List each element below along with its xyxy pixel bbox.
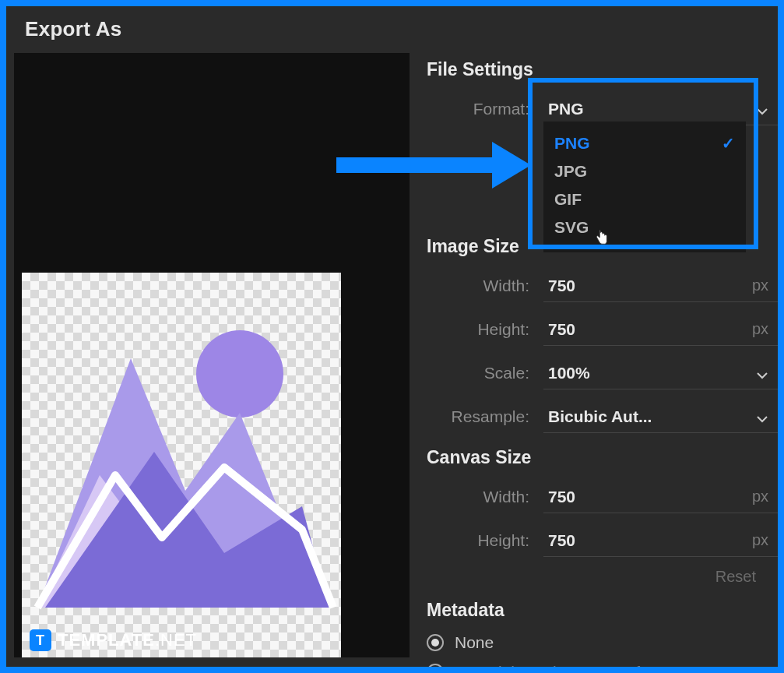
svg-point-0	[196, 330, 283, 418]
watermark-text-1: TEMPLATE	[58, 630, 155, 650]
dialog-title: Export As	[25, 17, 122, 41]
canvas-width-unit: px	[752, 488, 773, 506]
resample-value: Bicubic Aut...	[548, 407, 652, 426]
format-dropdown[interactable]: PNG ✓ JPG GIF SVG	[543, 122, 746, 252]
image-width-input[interactable]: 750 px	[543, 270, 778, 302]
image-width-unit: px	[752, 277, 773, 294]
metadata-none-radio[interactable]: None	[427, 633, 778, 652]
metadata-heading: Metadata	[427, 600, 778, 621]
scale-value: 100%	[548, 364, 590, 382]
image-width-value: 750	[548, 277, 575, 295]
image-width-label: Width:	[427, 277, 543, 295]
format-row: Format: PNG	[427, 93, 778, 125]
format-option-gif[interactable]: GIF	[554, 185, 735, 213]
file-settings-heading: File Settings	[427, 59, 778, 80]
landscape-icon	[22, 273, 341, 657]
format-value: PNG	[548, 100, 584, 118]
format-label: Format:	[427, 100, 543, 118]
format-option-png[interactable]: PNG ✓	[554, 129, 735, 157]
metadata-copyright-label: Copyright and Contact Info	[455, 663, 649, 667]
image-height-input[interactable]: 750 px	[543, 313, 778, 346]
image-height-label: Height:	[427, 320, 543, 339]
watermark-badge: T	[30, 629, 51, 651]
canvas-size-heading: Canvas Size	[427, 447, 778, 468]
resample-select[interactable]: Bicubic Aut...	[543, 400, 778, 433]
canvas-width-value: 750	[548, 488, 575, 506]
radio-unselected-icon	[427, 664, 444, 667]
format-select[interactable]: PNG	[543, 93, 778, 125]
resample-label: Resample:	[427, 407, 543, 426]
watermark-text-2: .NET	[155, 630, 197, 650]
canvas-height-unit: px	[752, 531, 773, 549]
reset-button[interactable]: Reset	[715, 568, 756, 586]
image-height-value: 750	[548, 320, 575, 339]
checkmark-icon: ✓	[722, 134, 735, 153]
watermark: T TEMPLATE.NET	[30, 629, 197, 651]
canvas-height-value: 750	[548, 531, 575, 550]
metadata-copyright-radio[interactable]: Copyright and Contact Info	[427, 663, 778, 667]
chevron-down-icon	[756, 367, 768, 379]
image-height-unit: px	[752, 320, 773, 338]
export-dialog: Export As File Settings Format: PNG Im	[6, 6, 778, 667]
radio-selected-icon	[427, 634, 444, 651]
scale-select[interactable]: 100%	[543, 357, 778, 389]
chevron-down-icon	[756, 103, 768, 115]
chevron-down-icon	[756, 410, 768, 423]
format-option-jpg[interactable]: JPG	[554, 157, 735, 185]
canvas-height-label: Height:	[427, 531, 543, 550]
scale-label: Scale:	[427, 364, 543, 382]
metadata-none-label: None	[455, 633, 494, 652]
canvas-width-input[interactable]: 750 px	[543, 481, 778, 513]
canvas-height-input[interactable]: 750 px	[543, 524, 778, 557]
format-option-svg[interactable]: SVG	[554, 213, 735, 241]
preview-viewport	[14, 53, 410, 657]
preview-canvas	[22, 273, 341, 657]
canvas-width-label: Width:	[427, 488, 543, 506]
cursor-hand-icon	[593, 229, 610, 246]
